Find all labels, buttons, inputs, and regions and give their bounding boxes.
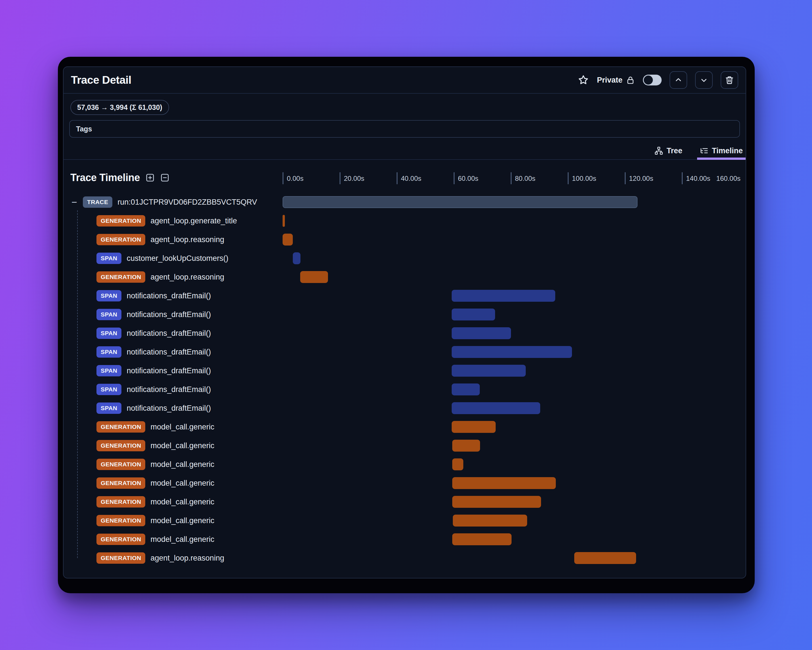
timeline-bar[interactable]: [452, 346, 572, 358]
view-tabs: Tree Timeline: [64, 142, 746, 160]
next-trace-button[interactable]: [695, 71, 713, 89]
tags-field[interactable]: Tags: [69, 120, 740, 138]
timeline-row[interactable]: GENERATIONagent_loop.reasoning: [64, 549, 746, 567]
row-type-badge: GENERATION: [96, 234, 145, 245]
timeline-row[interactable]: GENERATIONmodel_call.generic: [64, 436, 746, 455]
row-label: model_call.generic: [150, 535, 214, 544]
row-type-badge: GENERATION: [96, 271, 145, 283]
tick-label: 100.00s: [572, 172, 596, 182]
timeline-row[interactable]: GENERATIONmodel_call.generic: [64, 474, 746, 492]
tick-label: 80.00s: [515, 172, 536, 182]
row-type-badge: GENERATION: [96, 477, 145, 489]
timeline-bar[interactable]: [452, 309, 495, 320]
axis-tick: 160.00s: [716, 172, 740, 182]
axis-tick: 0.00s: [282, 172, 304, 184]
tick-label: 0.00s: [287, 172, 304, 182]
row-type-badge: SPAN: [96, 290, 121, 301]
row-label: agent_loop.reasoning: [150, 554, 224, 563]
row-type-badge: SPAN: [96, 346, 121, 358]
timeline-row[interactable]: SPANcustomer_lookUpCustomers(): [64, 249, 746, 268]
timeline-row[interactable]: GENERATIONagent_loop.generate_title: [64, 211, 746, 230]
timeline-bar[interactable]: [300, 271, 328, 283]
tick-label: 20.00s: [344, 172, 364, 182]
row-label: model_call.generic: [150, 423, 214, 431]
trace-detail-window: Trace Detail Private: [58, 57, 755, 593]
page-title: Trace Detail: [71, 74, 131, 86]
plus-square-icon[interactable]: [145, 173, 155, 182]
timeline-bar[interactable]: [453, 515, 527, 526]
timeline-bar[interactable]: [452, 290, 555, 302]
timeline-bar[interactable]: [452, 477, 556, 489]
timeline-row[interactable]: GENERATIONagent_loop.reasoning: [64, 268, 746, 286]
timeline-bar[interactable]: [452, 402, 540, 414]
star-icon[interactable]: [578, 74, 589, 86]
collapse-icon[interactable]: −: [72, 197, 83, 207]
timeline-row[interactable]: GENERATIONmodel_call.generic: [64, 511, 746, 530]
timeline-bar[interactable]: [293, 252, 301, 264]
row-label: notifications_draftEmail(): [127, 348, 211, 356]
header: Trace Detail Private: [64, 67, 746, 94]
row-type-badge: SPAN: [96, 365, 121, 376]
timeline-bar[interactable]: [282, 215, 285, 227]
row-type-badge: SPAN: [96, 384, 121, 395]
timeline-bar[interactable]: [452, 440, 480, 451]
timeline-row[interactable]: GENERATIONmodel_call.generic: [64, 530, 746, 549]
timeline-row[interactable]: GENERATIONmodel_call.generic: [64, 418, 746, 436]
row-type-badge: SPAN: [96, 327, 121, 339]
row-type-badge: TRACE: [83, 196, 112, 208]
timeline-bar[interactable]: [452, 421, 496, 433]
timeline-row[interactable]: −TRACErun:01JCTPR9VD06FD2ZBB5VCT5QRV: [64, 193, 746, 211]
axis-tick: 80.00s: [511, 172, 536, 184]
timeline-bar[interactable]: [452, 496, 541, 508]
timeline-bar[interactable]: [452, 533, 511, 545]
tick-mark: [568, 172, 569, 184]
tab-timeline-label: Timeline: [712, 147, 743, 155]
timeline-row[interactable]: SPANnotifications_draftEmail(): [64, 286, 746, 305]
public-toggle[interactable]: [643, 75, 662, 86]
row-type-badge: GENERATION: [96, 534, 145, 545]
timeline-row[interactable]: SPANnotifications_draftEmail(): [64, 380, 746, 399]
timeline-row[interactable]: SPANnotifications_draftEmail(): [64, 361, 746, 380]
row-type-badge: GENERATION: [96, 496, 145, 508]
tick-mark: [682, 172, 682, 184]
row-label: notifications_draftEmail(): [127, 385, 211, 394]
axis-tick: 140.00s: [682, 172, 710, 184]
row-label: model_call.generic: [150, 497, 214, 506]
row-type-badge: GENERATION: [96, 552, 145, 564]
row-type-badge: GENERATION: [96, 459, 145, 470]
timeline-row[interactable]: GENERATIONagent_loop.reasoning: [64, 230, 746, 249]
row-label: notifications_draftEmail(): [127, 404, 211, 413]
tab-tree[interactable]: Tree: [653, 142, 684, 159]
row-type-badge: GENERATION: [96, 515, 145, 526]
timeline-row[interactable]: SPANnotifications_draftEmail(): [64, 324, 746, 343]
row-type-badge: SPAN: [96, 252, 121, 264]
timeline-row[interactable]: SPANnotifications_draftEmail(): [64, 343, 746, 361]
row-label: notifications_draftEmail(): [127, 329, 211, 338]
timeline-row[interactable]: GENERATIONmodel_call.generic: [64, 455, 746, 474]
timeline-bar[interactable]: [452, 365, 526, 377]
timeline-row[interactable]: SPANnotifications_draftEmail(): [64, 305, 746, 324]
prev-trace-button[interactable]: [670, 71, 687, 89]
timeline-header: Trace Timeline 0.00s20.00s40.00s60.00s80…: [64, 168, 746, 190]
timeline-bar[interactable]: [282, 234, 293, 246]
privacy-indicator: Private: [597, 75, 635, 84]
timeline-bar[interactable]: [452, 384, 480, 395]
minus-square-icon[interactable]: [160, 173, 169, 182]
tab-timeline[interactable]: Timeline: [698, 142, 745, 159]
timeline-bar[interactable]: [282, 196, 638, 208]
tick-mark: [454, 172, 455, 184]
timeline-row[interactable]: SPANnotifications_draftEmail(): [64, 399, 746, 418]
delete-trace-button[interactable]: [720, 71, 738, 89]
token-usage-badge: 57,036 → 3,994 (Σ 61,030): [70, 100, 169, 115]
tick-label: 60.00s: [458, 172, 478, 182]
timeline-bar[interactable]: [574, 552, 636, 564]
row-type-badge: GENERATION: [96, 440, 145, 451]
toggle-knob: [644, 75, 653, 84]
timeline-bar[interactable]: [452, 327, 511, 339]
row-label: model_call.generic: [150, 441, 214, 450]
row-label: notifications_draftEmail(): [127, 310, 211, 319]
tick-mark: [282, 172, 284, 184]
timeline-row[interactable]: GENERATIONmodel_call.generic: [64, 492, 746, 511]
timeline-bar[interactable]: [452, 459, 463, 470]
axis-tick: 120.00s: [625, 172, 653, 184]
